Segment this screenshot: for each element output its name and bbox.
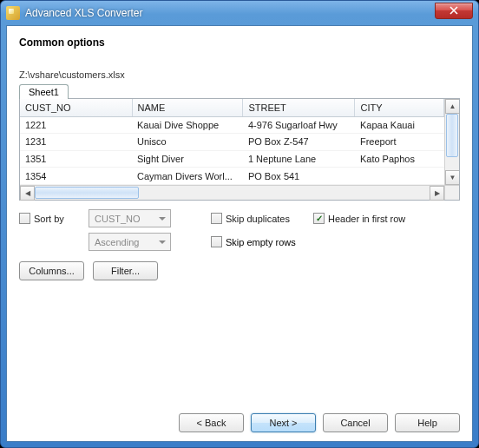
hscroll-track[interactable] bbox=[35, 186, 430, 200]
app-window: Advanced XLS Converter Common options Z:… bbox=[0, 0, 479, 448]
hscroll-thumb[interactable] bbox=[35, 187, 139, 199]
sort-field-value: CUST_NO bbox=[95, 214, 141, 224]
vscroll-thumb[interactable] bbox=[446, 114, 458, 157]
scroll-down-arrow[interactable]: ▼ bbox=[445, 170, 459, 185]
checkbox-icon bbox=[211, 213, 222, 224]
col-header-custno[interactable]: CUST_NO bbox=[20, 99, 132, 116]
cancel-button[interactable]: Cancel bbox=[323, 413, 388, 432]
checkbox-icon bbox=[211, 236, 222, 247]
table-row[interactable]: 1221 Kauai Dive Shoppe 4-976 Sugarloaf H… bbox=[20, 116, 444, 134]
cell-custno: 1221 bbox=[20, 116, 132, 134]
cell-custno: 1231 bbox=[20, 134, 132, 151]
sort-field-select: CUST_NO bbox=[89, 209, 171, 227]
col-header-city[interactable]: CITY bbox=[355, 99, 444, 116]
horizontal-scrollbar[interactable]: ◀ ▶ bbox=[20, 185, 459, 200]
sort-by-label: Sort by bbox=[34, 214, 64, 224]
sort-by-checkbox[interactable]: Sort by bbox=[19, 213, 82, 224]
columns-button[interactable]: Columns... bbox=[19, 261, 84, 280]
file-path: Z:\vshare\customers.xlsx bbox=[19, 69, 460, 80]
filter-button[interactable]: Filter... bbox=[93, 261, 158, 280]
skip-duplicates-checkbox[interactable]: Skip duplicates bbox=[211, 213, 306, 224]
scroll-up-arrow[interactable]: ▲ bbox=[445, 99, 459, 114]
close-icon bbox=[449, 6, 458, 15]
cell-name: Cayman Divers Worl... bbox=[132, 168, 243, 185]
col-header-street[interactable]: STREET bbox=[243, 99, 355, 116]
grid-header-row: CUST_NO NAME STREET CITY bbox=[20, 99, 444, 116]
window-title: Advanced XLS Converter bbox=[25, 7, 435, 19]
cell-city bbox=[355, 168, 444, 185]
close-button[interactable] bbox=[435, 3, 473, 19]
sort-order-select: Ascending bbox=[89, 233, 171, 251]
vertical-scrollbar[interactable]: ▲ ▼ bbox=[444, 99, 459, 185]
checkbox-icon bbox=[19, 213, 30, 224]
checkbox-icon bbox=[313, 213, 325, 224]
cell-city: Kapaa Kauai bbox=[355, 116, 444, 134]
help-button[interactable]: Help bbox=[395, 413, 460, 432]
table-row[interactable]: 1351 Sight Diver 1 Neptune Lane Kato Pap… bbox=[20, 150, 444, 168]
client-area: Common options Z:\vshare\customers.xlsx … bbox=[6, 25, 473, 442]
grid-table: CUST_NO NAME STREET CITY 1221 Kauai Dive… bbox=[20, 99, 444, 185]
wizard-footer: < Back Next > Cancel Help bbox=[19, 399, 460, 432]
table-row[interactable]: 1354 Cayman Divers Worl... PO Box 541 bbox=[20, 168, 444, 185]
col-header-name[interactable]: NAME bbox=[132, 99, 243, 116]
skip-duplicates-label: Skip duplicates bbox=[226, 214, 290, 224]
cell-custno: 1351 bbox=[20, 150, 132, 168]
cell-street: 1 Neptune Lane bbox=[243, 150, 355, 168]
header-first-row-checkbox[interactable]: Header in first row bbox=[313, 213, 405, 224]
scroll-right-arrow[interactable]: ▶ bbox=[430, 186, 444, 201]
page-heading: Common options bbox=[19, 36, 460, 49]
skip-empty-rows-checkbox[interactable]: Skip empty rows bbox=[211, 236, 296, 247]
cell-custno: 1354 bbox=[20, 168, 132, 185]
vscroll-track[interactable] bbox=[445, 114, 459, 170]
scroll-corner bbox=[444, 186, 459, 200]
sheet-tabstrip: Sheet1 bbox=[19, 83, 460, 98]
skip-empty-rows-label: Skip empty rows bbox=[226, 237, 296, 247]
cell-street: PO Box 541 bbox=[243, 168, 355, 185]
back-button[interactable]: < Back bbox=[179, 413, 244, 432]
table-row[interactable]: 1231 Unisco PO Box Z-547 Freeport bbox=[20, 134, 444, 151]
header-first-row-label: Header in first row bbox=[328, 214, 405, 224]
cell-street: PO Box Z-547 bbox=[243, 134, 355, 151]
next-button[interactable]: Next > bbox=[251, 413, 316, 432]
cell-name: Unisco bbox=[132, 134, 243, 151]
tab-sheet1[interactable]: Sheet1 bbox=[19, 84, 69, 99]
cell-name: Sight Diver bbox=[132, 150, 243, 168]
cell-city: Kato Paphos bbox=[355, 150, 444, 168]
title-bar[interactable]: Advanced XLS Converter bbox=[1, 1, 478, 25]
scroll-left-arrow[interactable]: ◀ bbox=[20, 186, 35, 201]
cell-name: Kauai Dive Shoppe bbox=[132, 116, 243, 134]
data-grid: CUST_NO NAME STREET CITY 1221 Kauai Dive… bbox=[19, 98, 460, 201]
cell-street: 4-976 Sugarloaf Hwy bbox=[243, 116, 355, 134]
cell-city: Freeport bbox=[355, 134, 444, 151]
sort-order-value: Ascending bbox=[95, 237, 139, 247]
app-icon bbox=[6, 6, 20, 20]
